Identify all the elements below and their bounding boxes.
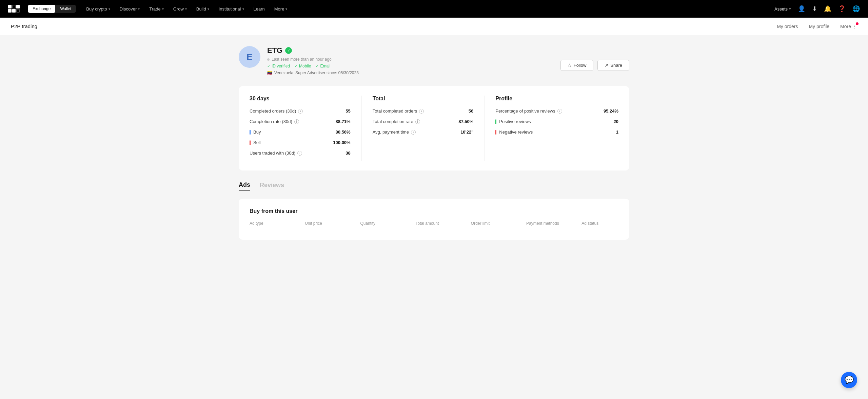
stat-value: 55 [346,108,350,114]
subnav-more[interactable]: More ⋮ [840,24,857,29]
bar-indicator-positive [495,119,496,124]
subnav-right: My orders My profile More ⋮ [777,24,857,29]
wallet-tab[interactable]: Wallet [55,5,76,13]
verified-badge-icon: ✓ [285,47,292,54]
stats-title-profile: Profile [495,96,618,102]
ads-section: Buy from this user Ad type Unit price Qu… [239,199,629,240]
help-icon[interactable]: ❓ [838,5,846,13]
id-verified: ✓ ID verified [267,64,290,68]
stat-value: 38 [346,151,350,156]
nav-buy-crypto[interactable]: Buy crypto▾ [83,6,113,12]
super-advertiser-label: Super Advertiser since: 05/30/2023 [295,71,359,75]
stat-value: 80.56% [336,129,351,135]
tabs-row: Ads Reviews [239,181,629,191]
stat-value: 1 [616,129,618,135]
top-navigation: Exchange Wallet Buy crypto▾ Discover▾ Tr… [0,0,868,18]
profile-info: ETG ✓ Last seen more than an hour ago ✓ … [267,46,560,75]
info-icon: i [557,109,562,114]
location-row: 🇻🇪 Venezuela Super Advertiser since: 05/… [267,71,560,75]
profile-actions: ☆ Follow ↗ Share [560,60,629,71]
nav-build[interactable]: Build▾ [193,6,213,12]
assets-button[interactable]: Assets ▾ [774,6,791,12]
stat-sell: Sell 100.00% [250,140,351,145]
my-profile-link[interactable]: My profile [809,24,829,29]
stats-card: 30 days Completed orders (30d) i 55 Comp… [239,86,629,171]
last-seen-dot [267,58,270,61]
nav-right-actions: Assets ▾ 👤 ⬇ 🔔 ❓ 🌐 [774,5,860,13]
stat-value: 88.71% [336,119,351,124]
stats-col-30days: 30 days Completed orders (30d) i 55 Comp… [250,96,362,161]
tab-reviews[interactable]: Reviews [260,182,284,190]
exchange-wallet-toggle: Exchange Wallet [28,5,76,13]
buy-from-user-title: Buy from this user [250,208,618,214]
page-title: P2P trading [11,23,37,29]
stat-value: 10'22" [460,129,473,135]
info-icon: i [419,109,424,114]
exchange-tab[interactable]: Exchange [28,5,55,13]
tab-ads[interactable]: Ads [239,181,250,191]
flag-icon: 🇻🇪 [267,71,272,75]
download-icon[interactable]: ⬇ [812,5,817,13]
share-icon: ↗ [605,63,608,68]
stat-value: 20 [614,119,618,124]
star-icon: ☆ [568,63,572,68]
email-verified: ✓ Email [316,64,330,68]
bar-indicator-negative [495,130,496,135]
country-label: Venezuela [274,71,293,75]
info-icon: i [297,151,302,156]
stat-positive-reviews: Positive reviews 20 [495,119,618,124]
nav-learn[interactable]: Learn [250,6,268,12]
info-icon: i [411,130,416,135]
col-total-amount: Total amount [416,221,471,226]
stat-completion-rate-30d: Completion rate (30d) i 88.71% [250,119,351,124]
col-ad-status: Ad status [581,221,618,226]
profile-name: ETG [267,46,282,55]
my-orders-link[interactable]: My orders [777,24,798,29]
person-icon[interactable]: 👤 [798,5,805,13]
stat-positive-reviews-pct: Percentage of positive reviews i 95.24% [495,108,618,114]
ads-table-header: Ad type Unit price Quantity Total amount… [250,221,618,230]
sub-navigation: P2P trading My orders My profile More ⋮ [0,18,868,35]
share-button[interactable]: ↗ Share [597,60,629,71]
last-seen: Last seen more than an hour ago [267,57,560,62]
main-content: E ETG ✓ Last seen more than an hour ago … [231,35,637,251]
stat-users-traded: Users traded with (30d) i 38 [250,151,351,156]
info-icon: i [298,109,303,114]
nav-trade[interactable]: Trade▾ [146,6,167,12]
avatar: E [239,46,260,68]
stat-negative-reviews: Negative reviews 1 [495,129,618,135]
stat-value: 95.24% [604,108,618,114]
nav-more[interactable]: More▾ [271,6,291,12]
col-unit-price: Unit price [305,221,360,226]
globe-icon[interactable]: 🌐 [852,5,860,13]
col-quantity: Quantity [360,221,415,226]
col-ad-type: Ad type [250,221,305,226]
info-icon: i [415,119,420,124]
info-icon: i [294,119,299,124]
mobile-verified: ✓ Mobile [295,64,311,68]
follow-button[interactable]: ☆ Follow [560,60,594,71]
stat-completed-orders-30d: Completed orders (30d) i 55 [250,108,351,114]
stat-value: 56 [469,108,473,114]
stat-buy: Buy 80.56% [250,129,351,135]
stats-title-30days: 30 days [250,96,351,102]
stats-col-profile: Profile Percentage of positive reviews i… [495,96,618,161]
check-icon: ✓ [295,64,298,68]
col-order-limit: Order limit [471,221,526,226]
check-icon: ✓ [267,64,270,68]
stat-total-completion-rate: Total completion rate i 87.50% [373,119,474,124]
nav-discover[interactable]: Discover▾ [116,6,143,12]
check-icon: ✓ [316,64,319,68]
profile-header: E ETG ✓ Last seen more than an hour ago … [239,46,629,75]
col-payment-methods: Payment methods [526,221,581,226]
stat-value: 100.00% [333,140,350,145]
stats-title-total: Total [373,96,474,102]
stats-col-total: Total Total completed orders i 56 Total … [373,96,485,161]
bar-indicator-sell [250,140,251,145]
stat-value: 87.50% [458,119,473,124]
bell-icon[interactable]: 🔔 [824,5,831,13]
nav-grow[interactable]: Grow▾ [170,6,190,12]
bar-indicator-buy [250,130,251,135]
logo[interactable] [8,5,20,13]
nav-institutional[interactable]: Institutional▾ [215,6,248,12]
